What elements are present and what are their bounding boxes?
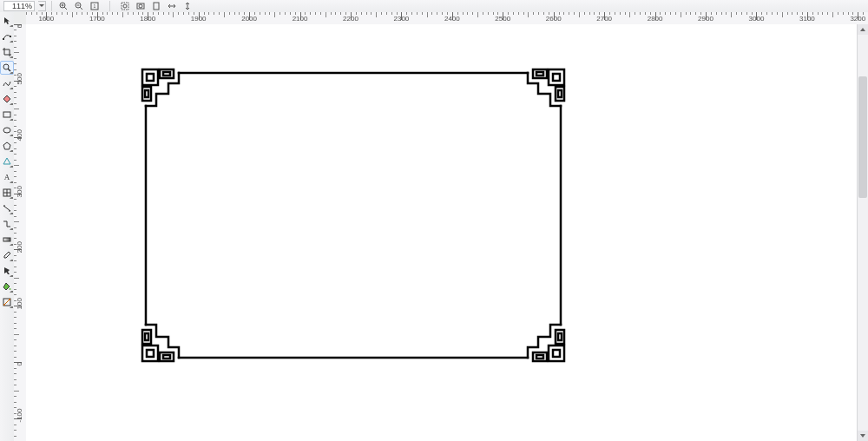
view-zoom-toolbar: 111% 1 (0, 0, 868, 13)
ruler-h-label: 3000 (749, 15, 765, 23)
fill-tool-icon[interactable] (0, 280, 14, 293)
svg-rect-49 (533, 69, 547, 78)
connector-tool-icon[interactable] (0, 217, 14, 231)
ruler-h-label: 3200 (850, 15, 865, 23)
svg-rect-45 (142, 87, 151, 101)
polygon-tool-icon[interactable] (0, 139, 14, 153)
ruler-h-label: 1700 (89, 15, 105, 23)
svg-point-12 (139, 4, 142, 8)
interactive-effects-tool-icon[interactable] (0, 233, 14, 247)
zoom-actual-icon[interactable]: 1 (89, 1, 101, 11)
ruler-v-label: 100 (16, 298, 23, 309)
dimension-tool-icon[interactable] (0, 201, 14, 215)
svg-marker-23 (3, 158, 10, 164)
shape-tool-icon[interactable] (0, 30, 14, 43)
scroll-thumb[interactable] (858, 76, 867, 198)
crop-tool-icon[interactable] (0, 45, 14, 59)
svg-rect-56 (163, 355, 170, 359)
svg-rect-47 (549, 69, 564, 85)
svg-rect-9 (122, 3, 128, 10)
rectangle-tool-icon[interactable] (0, 108, 14, 122)
table-tool-icon[interactable] (0, 186, 14, 200)
ruler-h-label: 2700 (596, 15, 612, 23)
toolbox: A (0, 12, 15, 441)
svg-rect-58 (145, 333, 148, 340)
smart-fill-tool-icon[interactable] (0, 92, 14, 106)
svg-point-35 (3, 304, 5, 306)
svg-rect-54 (147, 350, 154, 357)
vertical-scrollbar[interactable] (857, 24, 868, 441)
ruler-h-label: 2000 (241, 15, 257, 23)
ruler-h-label: 2200 (343, 15, 358, 23)
ruler-h-label: 3100 (799, 15, 815, 23)
eyedropper-tool-icon[interactable] (0, 248, 14, 262)
zoom-in-icon[interactable] (57, 1, 69, 11)
zoom-tool-icon[interactable] (0, 61, 14, 75)
drawing-canvas[interactable] (26, 24, 858, 441)
svg-rect-31 (3, 238, 10, 241)
ruler-h-label: 1600 (38, 15, 54, 23)
svg-point-10 (123, 4, 127, 8)
outline-tool-icon[interactable] (0, 264, 14, 278)
basic-shapes-tool-icon[interactable] (0, 155, 14, 168)
ruler-v-label: 300 (16, 186, 23, 197)
svg-rect-55 (160, 352, 174, 361)
ruler-h-label: 2500 (495, 15, 510, 23)
ruler-v-label: 600 (16, 24, 23, 29)
svg-rect-60 (553, 350, 560, 357)
ruler-h-label: 2300 (394, 15, 410, 23)
toolbar-separator (109, 1, 110, 11)
ruler-v-label: -100 (16, 409, 23, 423)
svg-point-36 (9, 299, 10, 300)
svg-text:1: 1 (94, 3, 96, 9)
zoom-page-icon[interactable] (150, 1, 162, 11)
scroll-up-button[interactable] (858, 24, 868, 35)
zoom-height-icon[interactable] (181, 1, 194, 11)
ruler-origin-corner[interactable] (14, 12, 27, 25)
svg-rect-41 (142, 69, 158, 85)
ruler-h-label: 1900 (191, 15, 207, 23)
zoom-level-field[interactable]: 111% (3, 1, 35, 11)
horizontal-ruler[interactable]: 1600170018001900200021002200230024002500… (26, 12, 868, 25)
zoom-width-icon[interactable] (166, 1, 178, 11)
ellipse-tool-icon[interactable] (0, 123, 14, 137)
frame-artwork[interactable] (141, 68, 566, 363)
scroll-down-button[interactable] (858, 431, 868, 441)
svg-rect-48 (553, 74, 560, 81)
zoom-out-icon[interactable] (73, 1, 85, 11)
svg-rect-57 (142, 330, 151, 344)
ruler-v-label: 200 (16, 242, 23, 253)
svg-rect-43 (160, 69, 174, 78)
svg-rect-64 (558, 333, 562, 340)
freehand-tool-icon[interactable] (0, 76, 14, 90)
ruler-v-label: 0 (16, 362, 23, 365)
ruler-v-label: 500 (16, 73, 23, 84)
svg-rect-51 (556, 87, 564, 101)
ruler-h-label: 1800 (140, 15, 155, 23)
svg-rect-53 (142, 346, 158, 361)
zoom-level-control[interactable]: 111% (3, 1, 46, 11)
svg-rect-16 (3, 38, 4, 40)
svg-rect-59 (549, 346, 564, 361)
svg-rect-52 (558, 90, 562, 97)
interactive-fill-tool-icon[interactable] (0, 295, 14, 309)
svg-rect-50 (536, 72, 543, 76)
svg-rect-61 (533, 352, 547, 361)
ruler-h-label: 2100 (293, 15, 308, 23)
pick-tool-icon[interactable] (0, 14, 14, 28)
svg-rect-46 (145, 90, 148, 97)
zoom-selection-icon[interactable] (119, 1, 131, 11)
svg-rect-17 (10, 36, 11, 37)
vertical-ruler[interactable]: 6005004003002001000-100 (14, 24, 27, 441)
svg-rect-63 (556, 330, 564, 344)
svg-rect-44 (163, 72, 170, 76)
zoom-level-dropdown[interactable] (38, 1, 46, 11)
ruler-h-label: 2900 (698, 15, 713, 23)
ruler-h-label: 2400 (444, 15, 460, 23)
svg-rect-62 (536, 355, 543, 359)
ruler-h-label: 2600 (546, 15, 562, 23)
text-tool-icon[interactable]: A (0, 170, 14, 184)
zoom-fit-icon[interactable] (135, 1, 147, 11)
svg-point-18 (3, 64, 9, 69)
svg-rect-42 (147, 74, 154, 81)
